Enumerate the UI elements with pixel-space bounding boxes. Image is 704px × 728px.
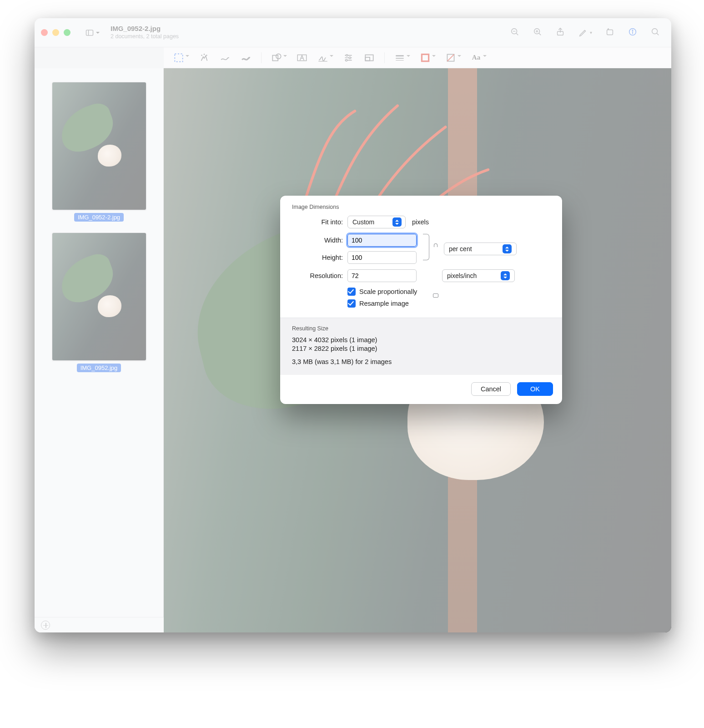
sign-button[interactable] [317,52,333,64]
selection-tool-button[interactable] [173,52,189,64]
thumbnails-sidebar[interactable]: IMG_0952-2.jpg IMG_0952.jpg [35,68,164,632]
lock-aspect-control[interactable] [423,234,439,260]
thumbnail-item[interactable] [52,233,146,361]
scale-proportionally-checkbox[interactable] [347,288,356,296]
svg-rect-29 [365,55,373,61]
resolution-input[interactable] [347,269,417,282]
result-line: 3,3 MB (was 3,1 MB) for 2 images [292,358,550,365]
width-label: Width: [292,237,343,244]
svg-rect-34 [422,54,428,61]
shapes-button[interactable] [271,52,287,64]
resample-image-label: Resample image [359,300,409,307]
fill-color-button[interactable] [445,52,461,64]
select-stepper-icon [392,217,402,227]
scale-proportionally-label: Scale proportionally [359,288,417,295]
add-page-button[interactable] [41,621,50,630]
section-title-result: Resulting Size [292,325,550,332]
title-block: IMG_0952-2.jpg 2 documents, 2 total page… [111,25,179,40]
zoom-in-button[interactable] [533,27,543,38]
fit-into-value: Custom [352,218,389,226]
fit-into-suffix: pixels [412,218,429,226]
thumbnail-label: IMG_0952-2.jpg [74,213,124,222]
svg-line-36 [447,54,454,61]
sidebar-toggle-button[interactable] [82,25,102,40]
svg-line-3 [516,33,518,35]
resolution-label: Resolution: [292,272,343,279]
svg-point-17 [204,54,205,55]
close-window-button[interactable] [41,29,48,36]
zoom-window-button[interactable] [64,29,70,36]
svg-point-27 [349,57,351,59]
svg-rect-0 [86,30,93,35]
svg-rect-10 [607,30,613,35]
preview-window: IMG_0952-2.jpg 2 documents, 2 total page… [35,18,671,632]
resample-image-checkbox[interactable] [347,299,356,308]
width-input[interactable] [347,234,417,247]
zoom-out-button[interactable] [510,27,520,38]
thumbnail-label: IMG_0952.jpg [77,364,121,372]
resolution-unit-value: pixels/inch [447,272,497,279]
text-style-button[interactable]: Aa [470,52,487,64]
window-title: IMG_0952-2.jpg [111,25,179,33]
svg-point-16 [201,55,202,56]
svg-point-18 [206,55,207,56]
svg-point-26 [346,54,348,56]
wh-unit-select[interactable]: per cent [444,243,517,255]
bracket-icon [423,234,429,260]
result-line: 2117 × 2822 pixels (1 image) [292,345,550,352]
svg-rect-15 [175,54,182,61]
cancel-button[interactable]: Cancel [471,382,511,396]
result-line: 3024 × 4032 pixels (1 image) [292,336,550,344]
svg-rect-30 [365,57,370,61]
resolution-unit-select[interactable]: pixels/inch [442,269,515,282]
rotate-button[interactable] [605,27,615,38]
svg-point-28 [346,59,347,61]
lock-icon [432,243,439,251]
markup-toolbar: Aa [164,47,671,68]
window-controls [41,29,70,36]
markup-button[interactable]: ▾ [578,28,592,38]
minimize-window-button[interactable] [52,29,59,36]
sidebar-footer [35,617,164,632]
svg-point-20 [276,54,281,59]
draw-button[interactable] [240,52,252,64]
section-title-dimensions: Image Dimensions [292,204,550,210]
adjust-size-button[interactable] [363,52,375,64]
instant-alpha-button[interactable] [198,52,210,64]
adjust-color-button[interactable] [342,52,354,64]
fit-into-select[interactable]: Custom [347,216,406,228]
height-input[interactable] [347,251,417,264]
chevron-down-icon: ▾ [590,30,592,35]
select-stepper-icon [501,271,510,280]
wh-unit-value: per cent [449,245,499,253]
window-subtitle: 2 documents, 2 total pages [111,33,179,40]
border-style-button[interactable] [394,52,410,64]
sketch-button[interactable] [219,52,231,64]
fit-into-label: Fit into: [292,218,343,226]
ok-button[interactable]: OK [517,382,553,396]
toolbar-icons: ▾ [510,27,665,38]
svg-line-6 [539,33,541,35]
share-button[interactable] [555,27,565,38]
height-label: Height: [292,254,343,261]
svg-line-14 [657,33,659,35]
border-color-button[interactable] [419,52,436,64]
titlebar: IMG_0952-2.jpg 2 documents, 2 total page… [35,18,671,47]
text-button[interactable] [296,52,308,64]
info-button[interactable] [628,27,638,38]
select-stepper-icon [503,244,512,253]
adjust-size-dialog: Image Dimensions Fit into: Custom pixels… [280,196,562,404]
thumbnail-item[interactable] [52,82,146,210]
search-button[interactable] [650,27,660,38]
